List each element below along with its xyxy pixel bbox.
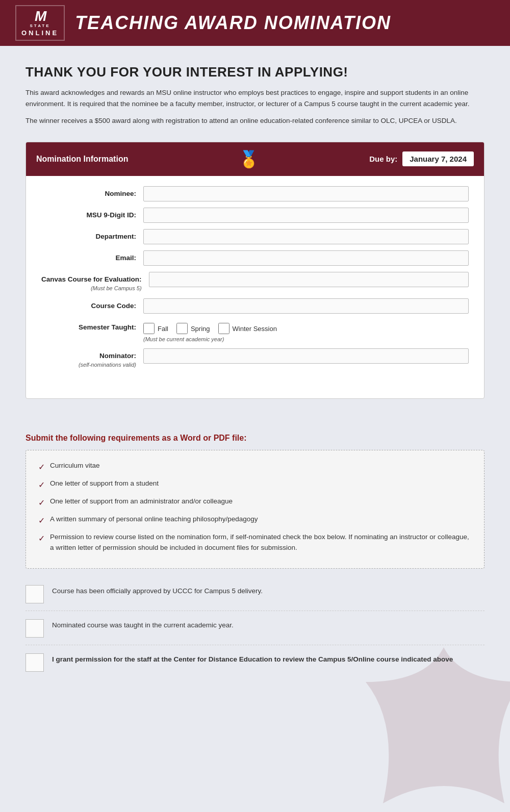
checkmark-icon: ✓: [38, 479, 45, 491]
nomination-card: Nomination Information 🏅 Due by: January…: [26, 142, 484, 399]
logo-online-text: ONLINE: [21, 29, 59, 37]
nominee-label: Nominee:: [41, 186, 143, 199]
nominator-label: Nominator: (self-nominations valid): [41, 348, 143, 369]
req-item: ✓One letter of support from an administr…: [38, 496, 472, 509]
checkbox-0[interactable]: [26, 585, 44, 603]
requirements-section: Submit the following requirements as a W…: [0, 419, 510, 584]
checkbox-text-2: I grant permission for the staff at the …: [52, 652, 484, 665]
semester-fall-option: Fall: [143, 323, 168, 334]
nominator-row: Nominator: (self-nominations valid): [41, 348, 469, 369]
msu-id-input[interactable]: [143, 208, 469, 223]
checkboxes-section: Course has been officially approved by U…: [0, 584, 510, 696]
semester-fall-label: Fall: [158, 325, 168, 333]
card-header: Nomination Information 🏅 Due by: January…: [26, 142, 484, 176]
canvas-course-row: Canvas Course for Evaluation: (Must be C…: [41, 272, 469, 292]
department-input[interactable]: [143, 229, 469, 244]
requirements-title: Submit the following requirements as a W…: [26, 434, 484, 443]
checkbox-row: Nominated course was taught in the curre…: [26, 618, 484, 645]
nominee-input[interactable]: [143, 186, 469, 201]
semester-options: Fall Spring Winter Session: [143, 320, 277, 334]
due-by-section: Due by: January 7, 2024: [369, 151, 474, 166]
canvas-course-input[interactable]: [149, 272, 469, 287]
due-date: January 7, 2024: [402, 151, 474, 166]
department-label: Department:: [41, 229, 143, 242]
req-item: ✓Curriculum vitae: [38, 461, 472, 473]
req-item-text: One letter of support from a student: [50, 478, 159, 489]
semester-winter-checkbox[interactable]: [218, 323, 230, 334]
page-header: M STATE ONLINE TEACHING AWARD NOMINATION: [0, 0, 510, 46]
nominator-input[interactable]: [143, 348, 469, 364]
msu-id-row: MSU 9-Digit ID:: [41, 208, 469, 223]
intro-paragraph-2: The winner receives a $500 award along w…: [26, 115, 484, 126]
semester-spring-label: Spring: [191, 325, 210, 333]
nominee-row: Nominee:: [41, 186, 469, 201]
checkbox-row: I grant permission for the staff at the …: [26, 652, 484, 679]
main-content: THANK YOU FOR YOUR INTEREST IN APPLYING!…: [0, 46, 510, 419]
semester-label: Semester Taught:: [41, 320, 143, 333]
thank-you-heading: THANK YOU FOR YOUR INTEREST IN APPLYING!: [26, 64, 484, 80]
course-code-row: Course Code:: [41, 298, 469, 314]
logo-m-letter: M: [35, 9, 45, 23]
logo-block: M STATE ONLINE: [15, 5, 65, 41]
email-input[interactable]: [143, 250, 469, 266]
due-label: Due by:: [369, 155, 397, 163]
checkbox-1[interactable]: [26, 619, 44, 638]
requirements-box: ✓Curriculum vitae✓One letter of support …: [26, 450, 484, 569]
logo-state-text: STATE: [30, 23, 50, 28]
semester-row: Semester Taught: Fall Spring Winter S: [41, 320, 469, 334]
course-code-input[interactable]: [143, 298, 469, 314]
award-ribbon-icon: 🏅: [239, 149, 259, 169]
checkbox-text-1: Nominated course was taught in the curre…: [52, 618, 484, 630]
email-row: Email:: [41, 250, 469, 266]
course-code-label: Course Code:: [41, 298, 143, 311]
email-label: Email:: [41, 250, 143, 263]
req-item: ✓A written summary of personal online te…: [38, 514, 472, 527]
semester-winter-label: Winter Session: [233, 325, 277, 333]
req-item-text: A written summary of personal online tea…: [50, 514, 258, 524]
req-item: ✓One letter of support from a student: [38, 478, 472, 491]
canvas-course-label: Canvas Course for Evaluation: (Must be C…: [41, 272, 149, 292]
card-header-title: Nomination Information: [36, 155, 128, 164]
checkmark-icon: ✓: [38, 461, 45, 473]
semester-spring-option: Spring: [176, 323, 210, 334]
req-item-text: One letter of support from an administra…: [50, 496, 233, 506]
checkmark-icon: ✓: [38, 497, 45, 509]
semester-spring-checkbox[interactable]: [176, 323, 188, 334]
checkbox-text-0: Course has been officially approved by U…: [52, 584, 484, 596]
req-item: ✓Permission to review course listed on t…: [38, 532, 472, 553]
req-item-text: Curriculum vitae: [50, 461, 100, 471]
form-body: Nominee: MSU 9-Digit ID: Department: Ema…: [26, 176, 484, 399]
checkbox-row: Course has been officially approved by U…: [26, 584, 484, 611]
req-item-text: Permission to review course listed on th…: [50, 532, 472, 553]
page-title: TEACHING AWARD NOMINATION: [75, 12, 391, 34]
msu-id-label: MSU 9-Digit ID:: [41, 208, 143, 220]
semester-fall-checkbox[interactable]: [143, 323, 155, 334]
department-row: Department:: [41, 229, 469, 244]
checkmark-icon: ✓: [38, 532, 45, 545]
checkmark-icon: ✓: [38, 515, 45, 527]
checkbox-2[interactable]: [26, 653, 44, 672]
semester-note: (Must be current academic year): [41, 336, 469, 342]
semester-winter-option: Winter Session: [218, 323, 277, 334]
intro-paragraph-1: This award acknowledges and rewards an M…: [26, 87, 484, 109]
